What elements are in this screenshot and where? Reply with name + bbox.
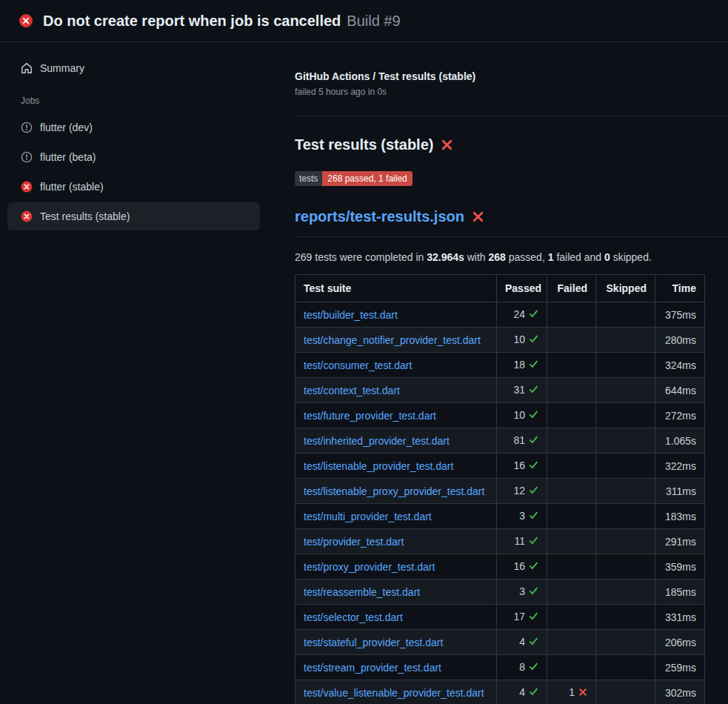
- test-suite-link[interactable]: test/proxy_provider_test.dart: [304, 561, 435, 573]
- passed-cell: 81: [497, 428, 547, 454]
- passed-cell-value: 18: [513, 359, 525, 371]
- skipped-cell: [596, 529, 655, 554]
- sidebar-item-flutter-stable[interactable]: flutter (stable): [7, 173, 260, 201]
- check-icon: [529, 333, 538, 347]
- check-icon: [529, 510, 538, 523]
- passed-cell-value: 4: [519, 636, 525, 648]
- skipped-cell: [596, 630, 655, 655]
- table-row: test/multi_provider_test.dart3183ms: [295, 504, 705, 529]
- sidebar-item-summary[interactable]: Summary: [7, 54, 260, 82]
- skipped-cell: [596, 403, 655, 428]
- test-suite-link[interactable]: test/stateful_provider_test.dart: [304, 637, 443, 648]
- x-circle-icon: [21, 181, 33, 193]
- x-icon: [441, 139, 453, 151]
- test-suite-link[interactable]: test/consumer_test.dart: [304, 359, 412, 371]
- passed-cell-value: 12: [513, 485, 525, 497]
- summary-line: 269 tests were completed in 32.964s with…: [295, 251, 704, 263]
- summary-duration: 32.964s: [427, 251, 464, 263]
- test-suite-link[interactable]: test/multi_provider_test.dart: [304, 511, 432, 522]
- passed-cell-value: 10: [513, 333, 525, 345]
- page-header: Do not create report when job is cancell…: [0, 0, 728, 42]
- x-icon: [578, 686, 587, 700]
- failed-cell: [547, 454, 596, 479]
- report-heading: reports/test-results.json: [295, 208, 728, 237]
- test-suite-link[interactable]: test/stream_provider_test.dart: [304, 662, 441, 674]
- failed-cell: [547, 504, 596, 529]
- sidebar-item-flutter-dev[interactable]: flutter (dev): [7, 113, 260, 142]
- check-icon: [529, 485, 538, 498]
- passed-cell: 3: [497, 504, 547, 529]
- passed-cell-value: 8: [519, 661, 525, 673]
- test-suite-link[interactable]: test/listenable_proxy_provider_test.dart: [304, 485, 484, 497]
- passed-cell-value: 3: [519, 585, 525, 597]
- badge-value: 268 passed, 1 failed: [322, 171, 412, 186]
- passed-cell: 10: [497, 328, 547, 353]
- sidebar-item-label: flutter (beta): [40, 151, 96, 163]
- report-file-link[interactable]: reports/test-results.json: [295, 208, 464, 225]
- check-icon: [529, 535, 538, 548]
- results-table-body: test/builder_test.dart24375mstest/change…: [295, 302, 705, 704]
- table-row: test/inherited_provider_test.dart811.065…: [295, 428, 705, 454]
- test-suite-cell: test/selector_test.dart: [295, 605, 497, 630]
- failed-cell: [547, 605, 596, 630]
- tests-badge: tests 268 passed, 1 failed: [295, 171, 413, 186]
- sidebar-item-label: Summary: [40, 62, 84, 74]
- passed-cell: 10: [497, 403, 547, 428]
- check-icon: [529, 560, 538, 574]
- passed-cell-value: 31: [513, 384, 525, 396]
- table-row: test/stream_provider_test.dart8259ms: [295, 655, 705, 680]
- sidebar-item-label: flutter (stable): [40, 181, 104, 193]
- page-title: Do not create report when job is cancell…: [43, 13, 341, 30]
- test-suite-link[interactable]: test/inherited_provider_test.dart: [304, 435, 450, 447]
- failed-cell: [547, 655, 596, 680]
- time-cell: 302ms: [655, 680, 705, 704]
- skipped-cell: [596, 479, 655, 504]
- test-suite-cell: test/listenable_proxy_provider_test.dart: [295, 479, 497, 504]
- time-cell: 324ms: [655, 353, 705, 378]
- test-suite-link[interactable]: test/selector_test.dart: [304, 611, 403, 623]
- time-cell: 259ms: [655, 655, 705, 680]
- failed-cell: [547, 328, 596, 353]
- test-suite-link[interactable]: test/provider_test.dart: [304, 536, 404, 548]
- test-suite-link[interactable]: test/context_test.dart: [304, 385, 400, 396]
- x-icon: [472, 210, 484, 223]
- test-suite-link[interactable]: test/value_listenable_provider_test.dart: [304, 687, 484, 699]
- table-row: test/stateful_provider_test.dart4206ms: [295, 630, 705, 655]
- sidebar-item-flutter-beta[interactable]: flutter (beta): [7, 143, 260, 171]
- build-number: Build #9: [347, 13, 400, 30]
- time-cell: 375ms: [655, 302, 705, 328]
- passed-cell-value: 81: [513, 434, 525, 446]
- test-suite-link[interactable]: test/builder_test.dart: [304, 309, 398, 321]
- test-suite-link[interactable]: test/change_notifier_provider_test.dart: [304, 334, 481, 346]
- skipped-cell: [596, 353, 655, 378]
- table-row: test/proxy_provider_test.dart16359ms: [295, 554, 705, 580]
- sidebar-item-test-results-stable[interactable]: Test results (stable): [7, 202, 260, 230]
- layout: Summary Jobs flutter (dev) flut: [0, 42, 728, 704]
- time-cell: 272ms: [655, 403, 705, 428]
- passed-cell: 16: [497, 454, 547, 479]
- summary-text: with: [464, 251, 489, 263]
- table-row: test/value_listenable_provider_test.dart…: [295, 680, 705, 704]
- failed-cell: 1: [547, 680, 596, 704]
- failed-cell: [547, 479, 596, 504]
- test-suite-link[interactable]: test/future_provider_test.dart: [304, 410, 436, 422]
- skipped-cell: [596, 454, 655, 479]
- passed-cell: 4: [497, 680, 547, 704]
- summary-skipped-count: 0: [604, 251, 610, 263]
- test-suite-link[interactable]: test/reassemble_test.dart: [304, 586, 420, 598]
- skipped-cell: [596, 655, 655, 680]
- test-suite-cell: test/stateful_provider_test.dart: [295, 630, 497, 655]
- breadcrumb: GitHub Actions / Test results (stable): [295, 70, 704, 82]
- skipped-cell: [596, 328, 655, 353]
- time-cell: 644ms: [655, 378, 705, 403]
- table-row: test/listenable_proxy_provider_test.dart…: [295, 479, 705, 504]
- failed-cell: [547, 529, 596, 554]
- summary-text: 269 tests were completed in: [295, 251, 427, 263]
- table-row: test/context_test.dart31644ms: [295, 378, 705, 403]
- passed-cell-value: 24: [513, 308, 525, 320]
- jobs-section-label: Jobs: [21, 96, 274, 106]
- neutral-status-icon: [21, 122, 33, 133]
- test-suite-link[interactable]: test/listenable_provider_test.dart: [304, 460, 453, 472]
- passed-cell-value: 16: [513, 560, 525, 572]
- failed-cell: [547, 302, 596, 328]
